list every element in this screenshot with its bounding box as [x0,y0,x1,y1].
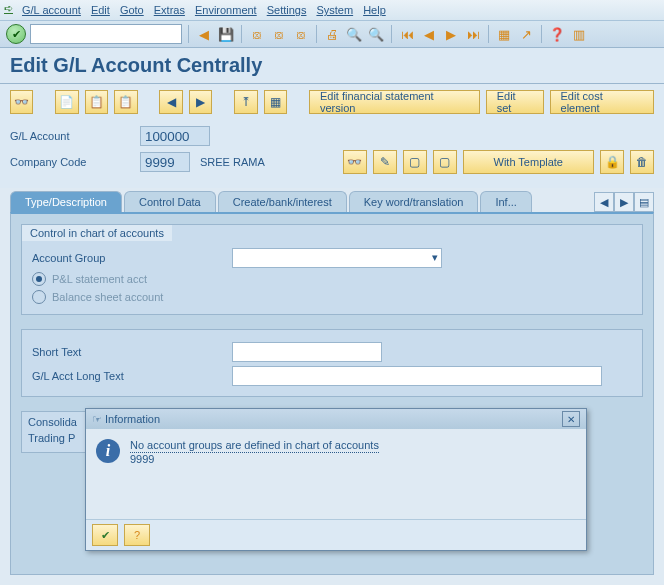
company-code-text: SREE RAMA [200,156,265,168]
tab-create-bank-interest[interactable]: Create/bank/interest [218,191,347,212]
lock-icon[interactable]: 🔒 [600,150,624,174]
edit-cost-element-button[interactable]: Edit cost element [550,90,654,114]
last-page-icon[interactable]: ⏭ [464,25,482,43]
dropdown-icon: ▾ [432,251,438,264]
cancel2-icon[interactable]: ⦻ [292,25,310,43]
tab-control-data[interactable]: Control Data [124,191,216,212]
menu-extras[interactable]: Extras [154,4,185,16]
long-text-label: G/L Acct Long Text [32,370,232,382]
info-icon: i [96,439,120,463]
dialog-title: Information [105,413,160,425]
dialog-help-button[interactable]: ? [124,524,150,546]
edit-icon[interactable]: ✎ [373,150,397,174]
dialog-close-icon[interactable]: ✕ [562,411,580,427]
tab-information[interactable]: Inf... [480,191,531,212]
information-dialog: ☞ Information ✕ i No account groups are … [85,408,587,551]
help-icon[interactable]: ❓ [548,25,566,43]
delete-icon[interactable]: 🗑 [630,150,654,174]
tab-keyword-translation[interactable]: Key word/translation [349,191,479,212]
menu-help[interactable]: Help [363,4,386,16]
overview-icon[interactable]: ▦ [264,90,287,114]
menu-environment[interactable]: Environment [195,4,257,16]
menu-goto[interactable]: Goto [120,4,144,16]
balance-sheet-radio[interactable]: Balance sheet account [32,290,632,304]
scroll-icon[interactable]: ⤒ [234,90,257,114]
edit-set-button[interactable]: Edit set [486,90,544,114]
find-next-icon[interactable]: 🔍 [367,25,385,43]
menu-edit[interactable]: Edit [91,4,110,16]
menu-bar: ➪ G/L account Edit Goto Extras Environme… [0,0,664,21]
short-text-label: Short Text [32,346,232,358]
prev-icon[interactable]: ◀ [159,90,182,114]
menu-gl-account[interactable]: G/L account [22,4,81,16]
consolidation-label: Consolida [28,416,77,428]
standard-toolbar: ✔ ◀ 💾 ⦻ ⦻ ⦻ 🖨 🔍 🔍 ⏮ ◀ ▶ ⏭ ▦ ↗ ❓ ▥ [0,21,664,48]
radio-unselected-icon [32,290,46,304]
save-icon[interactable]: 💾 [217,25,235,43]
find-icon[interactable]: 🔍 [345,25,363,43]
other-object-icon[interactable]: 📄 [55,90,78,114]
company-code-input[interactable] [140,152,190,172]
group-consolidation: Consolida Trading P [21,411,93,453]
cancel-icon[interactable]: ⦻ [270,25,288,43]
group-control-chart-title: Control in chart of accounts [21,224,172,241]
tab-strip: Type/Description Control Data Create/ban… [0,188,664,212]
balance-sheet-label: Balance sheet account [52,291,163,303]
display-icon[interactable]: 👓 [343,150,367,174]
group-control-chart: Control in chart of accounts Account Gro… [21,224,643,315]
menu-system[interactable]: System [316,4,353,16]
company-code-label: Company Code [10,156,140,168]
account-group-dropdown[interactable]: ▾ [232,248,442,268]
create-icon[interactable]: ▢ [403,150,427,174]
edit-fin-stmt-button[interactable]: Edit financial statement version [309,90,480,114]
enter-icon[interactable]: ✔ [6,24,26,44]
new-session-icon[interactable]: ▦ [495,25,513,43]
command-field[interactable] [30,24,182,44]
dialog-icon: ☞ [92,413,102,426]
short-text-input[interactable] [232,342,382,362]
tab-type-description[interactable]: Type/Description [10,191,122,212]
group-text: Short Text G/L Acct Long Text [21,329,643,397]
menu-settings[interactable]: Settings [267,4,307,16]
display-change-icon[interactable]: 👓 [10,90,33,114]
where-used-icon[interactable]: 📋 [114,90,137,114]
pl-statement-radio[interactable]: P&L statement acct [32,272,632,286]
first-page-icon[interactable]: ⏮ [398,25,416,43]
prev-page-icon[interactable]: ◀ [420,25,438,43]
create-ref-icon[interactable]: ▢ [433,150,457,174]
gl-account-label: G/L Account [10,130,140,142]
dialog-ok-button[interactable]: ✔ [92,524,118,546]
trading-partner-label: Trading P [28,432,75,444]
gl-account-input[interactable] [140,126,210,146]
back-icon[interactable]: ◀ [195,25,213,43]
app-menu-icon[interactable]: ➪ [4,2,13,15]
account-group-label: Account Group [32,252,232,264]
tab-scroll-right-icon[interactable]: ▶ [614,192,634,212]
next-page-icon[interactable]: ▶ [442,25,460,43]
tab-scroll-left-icon[interactable]: ◀ [594,192,614,212]
shortcut-icon[interactable]: ↗ [517,25,535,43]
layout-icon[interactable]: ▥ [570,25,588,43]
exit-icon[interactable]: ⦻ [248,25,266,43]
copy-icon[interactable]: 📋 [85,90,108,114]
dialog-message-line2: 9999 [130,453,154,465]
application-toolbar: 👓 📄 📋 📋 ◀ ▶ ⤒ ▦ Edit financial statement… [0,84,664,120]
dialog-message-line1: No account groups are defined in chart o… [130,439,379,453]
with-template-button[interactable]: With Template [463,150,595,174]
print-icon[interactable]: 🖨 [323,25,341,43]
tab-list-icon[interactable]: ▤ [634,192,654,212]
radio-selected-icon [32,272,46,286]
long-text-input[interactable] [232,366,602,386]
pl-statement-label: P&L statement acct [52,273,147,285]
header-fields: G/L Account Company Code SREE RAMA 👓 ✎ ▢… [0,120,664,188]
next-icon[interactable]: ▶ [189,90,212,114]
page-title: Edit G/L Account Centrally [0,48,664,84]
